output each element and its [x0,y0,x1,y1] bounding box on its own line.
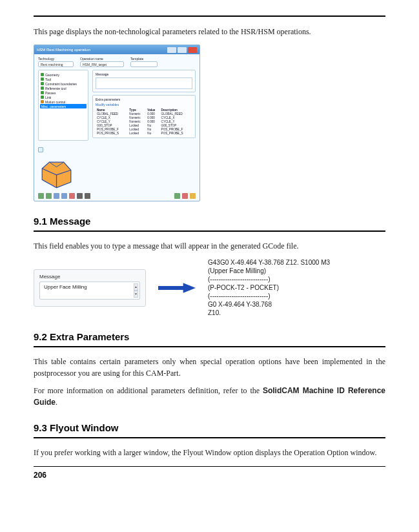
footer-cancel-icon [182,193,188,199]
footer-icon [77,193,83,199]
tree-item-label: Geometry [45,73,59,77]
footer-apply-icon [190,193,196,199]
modify-variables-link: Modify variables [96,103,192,107]
gcode-output: G43G0 X-49.464 Y-38.768 Z12. S1000 M3(Up… [208,258,330,317]
footer-icon [38,193,44,199]
footer-icon [85,193,90,199]
tree-icon [41,82,44,85]
extra-params-table: NameTypeValueDescription GLOBAL_FEEDNume… [96,108,192,135]
section-rule [34,437,385,438]
dialog-footer [34,191,199,201]
extra-params-group: Extra parameters Modify variables NameTy… [92,95,196,138]
table-cell: POS_PROBE_S [96,131,128,135]
tree-item: Motion control [40,99,87,104]
tree-icon [41,91,44,94]
message-panel-label: Message [39,274,140,280]
tree-icon [41,96,44,99]
arrow-icon [158,281,196,294]
top-rule [34,15,385,17]
section2-body2: For more information on additional param… [34,385,385,408]
footer-ok-icon [174,193,180,199]
tree-item: Constraint boundaries [40,81,87,86]
message-panel: Message Upper Face Milling ▲▼ [34,269,146,307]
tree-item-label: Passes [45,91,56,95]
message-textbox [96,77,192,89]
intro-text: This page displays the non-technological… [34,27,385,37]
dialog-title: HSM Rest Machining operation [37,48,167,52]
tree-icon [41,100,44,103]
document-page: This page displays the non-technological… [0,0,419,532]
section1-body: This field enables you to type a message… [34,241,385,252]
tree-item-label: Link [45,96,51,99]
dialog-tree: GeometryToolConstraint boundariesReferen… [38,70,88,141]
section-rule [34,230,385,232]
table-cell: POS_PROBE_S [160,131,192,135]
gcode-line: Z10. [208,309,330,317]
gcode-line: G43G0 X-49.464 Y-38.768 Z12. S1000 M3 [208,258,330,267]
section-heading-flyout: 9.3 Flyout Window [34,422,385,433]
template-select [130,61,158,67]
window-minimize-icon [167,47,176,53]
tree-icon [41,87,44,90]
tree-item-label: Tool [45,77,51,81]
message-field: Upper Face Milling ▲▼ [39,281,140,300]
gcode-line: (Upper Face Milling) [208,267,330,275]
tree-item: Link [40,95,87,99]
window-maximize-icon [178,47,187,53]
operation-input: HSM_RM_target [80,61,124,67]
section3-body: If you prefer working with a larger wind… [34,447,385,458]
spinner-icon: ▲▼ [134,283,138,298]
table-cell: Locked [128,131,146,135]
extra-params-title: Extra parameters [96,97,192,101]
tree-item-label: Motion control [45,100,65,104]
section-heading-extra: 9.2 Extra Parameters [34,331,385,342]
table-cell: No [146,131,159,135]
gcode-line: G0 X-49.464 Y-38.768 [208,300,330,309]
footer-icon [61,193,67,199]
window-close-icon [188,47,197,53]
message-group: Message [92,70,196,92]
tree-item: Passes [40,90,87,95]
expand-handle-icon [38,147,43,152]
section2-body1: This table contains certain parameters o… [34,356,385,379]
tree-item: Tool [40,77,87,81]
tree-icon [41,73,44,76]
tree-item-label: Reference tool [45,87,66,90]
message-example-row: Message Upper Face Milling ▲▼ G43G0 X-49… [34,258,385,317]
message-field-value: Upper Face Milling [44,284,87,290]
operation-label: Operation name [80,57,124,61]
tree-item: Reference tool [40,86,87,90]
gcode-line: (---------------------------) [208,275,330,283]
template-label: Template [130,57,158,61]
tree-item-label: Constraint boundaries [45,82,77,86]
hsm-dialog: HSM Rest Machining operation Technology … [34,45,200,201]
message-group-title: Message [96,72,192,76]
section-heading-message: 9.1 Message [34,216,385,227]
dialog-toprow: Technology Rest machining Operation name… [34,54,199,68]
page-number: 206 [34,471,385,480]
footer-icon [69,193,75,199]
gcode-line: (---------------------------) [208,292,330,300]
footer-icon [54,193,59,199]
table-row: POS_PROBE_SLockedNoPOS_PROBE_S [96,131,192,135]
tree-item-selected: Misc. parameters [40,104,87,108]
technology-select: Rest machining [38,61,74,67]
tree-item: Geometry [40,72,87,77]
footer-rule [34,466,385,467]
tree-icon [41,77,44,81]
preview-isometric [38,155,78,189]
dialog-titlebar: HSM Rest Machining operation [34,45,199,54]
svg-marker-1 [158,283,196,292]
footer-icon [46,193,52,199]
technology-label: Technology [38,57,74,61]
gcode-line: (P-POCK-T2 - POCKET) [208,283,330,292]
section-rule [34,346,385,347]
